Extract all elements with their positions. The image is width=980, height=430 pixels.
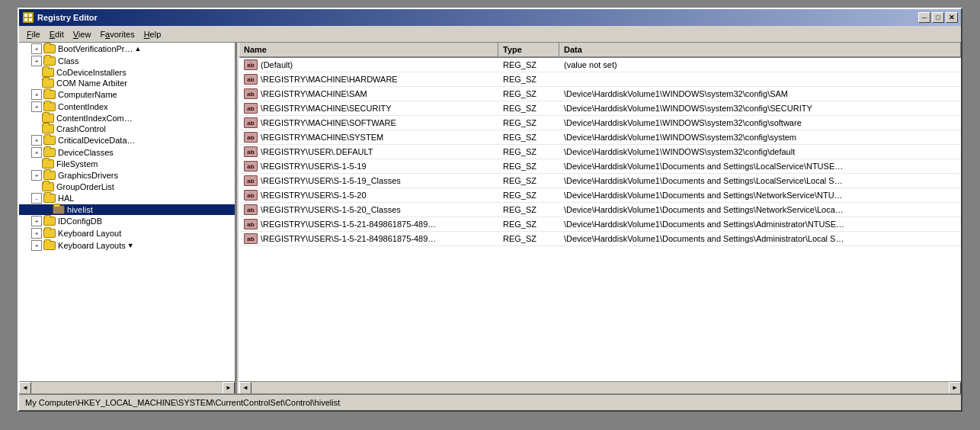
value-name: \REGISTRY\MACHINE\SOFTWARE — [261, 118, 396, 127]
main-content: + BootVerificationPr… ▲ + Class CoDevice… — [19, 43, 961, 393]
folder-icon — [43, 217, 56, 226]
tree-item-hal[interactable]: - HAL — [19, 192, 235, 204]
tree-item-contentindex[interactable]: + ContentIndex — [19, 101, 235, 113]
expander-deviceclasses[interactable]: + — [31, 147, 42, 158]
reg-value-icon: ab — [244, 175, 258, 186]
cell-name: ab \REGISTRY\MACHINE\HARDWARE — [239, 72, 498, 86]
expander-criticaldevice[interactable]: + — [31, 135, 42, 146]
table-row[interactable]: ab \REGISTRY\USER\S-1-5-19 REG_SZ \Devic… — [239, 159, 961, 174]
tree-scroll[interactable]: + BootVerificationPr… ▲ + Class CoDevice… — [19, 43, 235, 381]
tree-item-crashcontrol[interactable]: CrashControl — [19, 124, 235, 134]
right-hscroll-right[interactable]: ► — [949, 382, 961, 394]
tree-item-filesystem[interactable]: FileSystem — [19, 159, 235, 169]
svg-rect-2 — [29, 14, 32, 17]
folder-icon — [53, 205, 65, 214]
expander-graphicsdrivers[interactable]: + — [31, 170, 42, 181]
value-name: \REGISTRY\MACHINE\HARDWARE — [261, 75, 398, 84]
folder-icon — [43, 194, 56, 203]
tree-item-deviceclasses[interactable]: + DeviceClasses — [19, 146, 235, 159]
value-name: \REGISTRY\USER\S-1-5-19 — [261, 162, 367, 171]
right-rows[interactable]: ab (Default) REG_SZ (value not set) ab \… — [239, 58, 961, 381]
tree-item-idconfigdb[interactable]: + IDConfigDB — [19, 215, 235, 227]
value-name: \REGISTRY\USER\S-1-5-20 — [261, 191, 367, 200]
tree-item-computername[interactable]: + ComputerName — [19, 88, 235, 101]
tree-item-class[interactable]: + Class — [19, 55, 235, 67]
cell-name: ab \REGISTRY\USER\S-1-5-21-849861875-489… — [239, 217, 498, 231]
tree-label: FileSystem — [56, 159, 98, 168]
tree-item-grouporderlist[interactable]: GroupOrderList — [19, 181, 235, 192]
cell-type: REG_SZ — [498, 175, 559, 187]
value-name: \REGISTRY\USER\S-1-5-21-849861875-489… — [261, 220, 436, 229]
close-button[interactable]: ✕ — [946, 12, 958, 23]
cell-type: REG_SZ — [498, 204, 559, 216]
expander-class[interactable]: + — [31, 56, 42, 66]
cell-type: REG_SZ — [498, 73, 559, 85]
tree-item-codevice[interactable]: CoDeviceInstallers — [19, 67, 235, 78]
titlebar: Registry Editor ─ □ ✕ — [19, 9, 961, 26]
tree-item-hivelist[interactable]: hivelist — [19, 204, 235, 215]
table-row[interactable]: ab \REGISTRY\USER\S-1-5-19_Classes REG_S… — [239, 174, 961, 188]
maximize-button[interactable]: □ — [932, 12, 944, 23]
value-name: \REGISTRY\USER\S-1-5-21-849861875-489… — [261, 234, 436, 243]
tree-item-boot-verify[interactable]: + BootVerificationPr… ▲ — [19, 43, 235, 55]
tree-label: BootVerificationPr… — [58, 44, 133, 53]
menu-edit[interactable]: Edit — [45, 28, 69, 40]
expander-keyboardlayouts[interactable]: + — [31, 240, 42, 251]
expander-keyboardlayout[interactable]: + — [31, 228, 42, 239]
menu-view[interactable]: View — [69, 28, 96, 40]
tree-item-keyboardlayouts[interactable]: + Keyboard Layouts ▼ — [19, 239, 235, 252]
tree-label: CriticalDeviceData… — [58, 136, 135, 145]
tree-item-keyboardlayout[interactable]: + Keyboard Layout — [19, 227, 235, 239]
cell-data: \Device\HarddiskVolume1\WINDOWS\system32… — [559, 131, 961, 143]
tree-item-comname[interactable]: COM Name Arbiter — [19, 78, 235, 88]
folder-icon — [43, 102, 56, 111]
table-row[interactable]: ab \REGISTRY\MACHINE\SYSTEM REG_SZ \Devi… — [239, 130, 961, 145]
tree-label: ComputerName — [58, 90, 117, 99]
cell-type: REG_SZ — [498, 117, 559, 129]
cell-data: \Device\HarddiskVolume1\Documents and Se… — [559, 204, 961, 216]
cell-name: ab \REGISTRY\USER\S-1-5-21-849861875-489… — [239, 232, 498, 245]
expander-boot-verify[interactable]: + — [31, 43, 42, 54]
table-row[interactable]: ab \REGISTRY\MACHINE\HARDWARE REG_SZ — [239, 72, 961, 87]
value-name: \REGISTRY\MACHINE\SECURITY — [261, 104, 392, 113]
table-row[interactable]: ab \REGISTRY\USER\S-1-5-20 REG_SZ \Devic… — [239, 188, 961, 203]
tree-label: IDConfigDB — [58, 217, 102, 226]
cell-data: \Device\HarddiskVolume1\Documents and Se… — [559, 189, 961, 201]
tree-hscroll-right[interactable]: ► — [223, 382, 235, 394]
table-row[interactable]: ab \REGISTRY\USER\S-1-5-21-849861875-489… — [239, 232, 961, 246]
table-row[interactable]: ab \REGISTRY\MACHINE\SOFTWARE REG_SZ \De… — [239, 116, 961, 130]
svg-rect-4 — [29, 18, 32, 21]
tree-item-contentindexcom[interactable]: ContentIndexCom… — [19, 113, 235, 124]
menu-file[interactable]: File — [22, 28, 45, 40]
folder-icon — [42, 159, 54, 168]
menu-favorites[interactable]: Favorites — [95, 28, 139, 40]
tree-hscroll-left[interactable]: ◄ — [19, 382, 31, 394]
col-header-type: Type — [498, 43, 559, 56]
table-row[interactable]: ab \REGISTRY\MACHINE\SECURITY REG_SZ \De… — [239, 101, 961, 116]
tree-label: HAL — [58, 194, 74, 203]
tree-label: COM Name Arbiter — [56, 79, 127, 88]
right-hscrollbar: ◄ ► — [239, 381, 961, 393]
cell-data: \Device\HarddiskVolume1\Documents and Se… — [559, 160, 961, 172]
table-row[interactable]: ab \REGISTRY\USER\S-1-5-21-849861875-489… — [239, 217, 961, 232]
status-path: My Computer\HKEY_LOCAL_MACHINE\SYSTEM\Cu… — [25, 398, 340, 407]
folder-icon — [42, 124, 54, 133]
table-row[interactable]: ab \REGISTRY\MACHINE\SAM REG_SZ \Device\… — [239, 87, 961, 101]
tree-item-criticaldevice[interactable]: + CriticalDeviceData… — [19, 134, 235, 146]
table-row[interactable]: ab \REGISTRY\USER\S-1-5-20_Classes REG_S… — [239, 203, 961, 217]
table-row[interactable]: ab (Default) REG_SZ (value not set) — [239, 58, 961, 72]
minimize-button[interactable]: ─ — [918, 12, 930, 23]
reg-value-icon: ab — [244, 233, 258, 244]
right-hscroll-left[interactable]: ◄ — [239, 382, 251, 394]
menu-help[interactable]: Help — [139, 28, 166, 40]
folder-icon — [43, 90, 56, 99]
expander-computername[interactable]: + — [31, 89, 42, 100]
table-row[interactable]: ab \REGISTRY\USER\.DEFAULT REG_SZ \Devic… — [239, 145, 961, 159]
expander-contentindex[interactable]: + — [31, 101, 42, 112]
expander-hal[interactable]: - — [31, 193, 42, 204]
tree-item-graphicsdrivers[interactable]: + GraphicsDrivers — [19, 169, 235, 181]
tree-label: GraphicsDrivers — [58, 171, 118, 180]
expander-idconfigdb[interactable]: + — [31, 216, 42, 226]
cell-type: REG_SZ — [498, 146, 559, 158]
folder-icon — [43, 136, 56, 145]
